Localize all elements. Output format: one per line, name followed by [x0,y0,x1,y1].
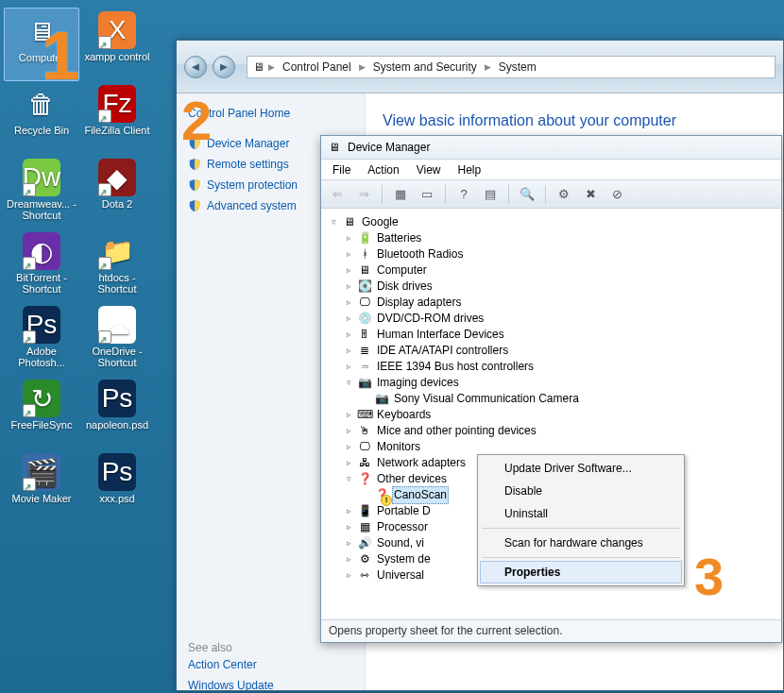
tree-node-label: Universal [375,567,426,583]
sidebar-link-label: Remote settings [207,158,289,171]
sidebar-link-label: Device Manager [207,137,289,150]
toolbar-scan-button[interactable]: 🔍 [517,184,537,205]
toolbar-properties-button[interactable]: ▭ [417,184,437,205]
breadcrumb[interactable]: Control Panel [279,59,355,76]
tree-node-dvd-cd-rom-drives[interactable]: ▹💿DVD/CD-ROM drives [325,311,777,327]
desktop-icon-xampp-control[interactable]: Xxampp control [79,8,155,81]
desktop-icon-freefilesync[interactable]: ↻FreeFileSync [4,376,79,449]
expand-icon[interactable]: ▹ [344,551,354,567]
toolbar-view-button[interactable]: ▤ [480,184,501,205]
tree-node-display-adapters[interactable]: ▹🖵Display adapters [325,295,777,311]
tree-node-keyboards[interactable]: ▹⌨Keyboards [325,407,777,423]
desktop-icon-label: BitTorrent - Shortcut [6,272,77,295]
breadcrumb[interactable]: System and Security [369,59,481,76]
context-menu-scan-for-hardware-changes[interactable]: Scan for hardware changes [480,532,682,554]
tree-node-sony-visual-communication-camera[interactable]: 📷Sony Visual Communication Camera [325,391,777,407]
camera-icon: 📷 [357,376,372,391]
tree-node-label: Computer [375,262,429,279]
breadcrumb-bar[interactable]: 🖥 ▶ Control Panel ▶ System and Security … [247,56,775,78]
psd-icon: Ps [98,380,136,417]
dreamweaver-icon: Dw [23,159,60,196]
expand-icon[interactable]: ▹ [344,279,354,295]
expand-icon[interactable]: ▹ [344,439,354,455]
see-also-link[interactable]: Action Center [188,654,353,675]
expand-icon[interactable]: ▹ [344,359,354,375]
tree-node-label: System de [375,551,433,567]
toolbar-disable-button[interactable]: ⊘ [606,184,627,205]
tree-node-label: IEEE 1394 Bus host controllers [375,359,536,375]
bluetooth-icon: ᚼ [357,247,372,262]
menu-view[interactable]: View [409,161,449,178]
toolbar-update-driver-button[interactable]: ⚙ [554,184,574,205]
expand-icon[interactable]: ▹ [344,246,354,262]
context-menu-uninstall[interactable]: Uninstall [480,502,682,525]
desktop-icon-movie-maker[interactable]: 🎬Movie Maker [4,449,79,523]
desktop-icon-filezilla-client[interactable]: FzFileZilla Client [79,81,155,155]
nav-forward-button[interactable]: ► [213,56,235,78]
shield-icon [188,178,201,192]
expand-icon[interactable]: ▹ [344,423,354,439]
expand-icon[interactable]: ▹ [344,503,354,519]
expand-icon[interactable]: ▹ [344,311,354,327]
toolbar-forward-button[interactable]: ⇒ [353,184,374,205]
context-menu-properties[interactable]: Properties [480,561,682,583]
device-manager-titlebar[interactable]: 🖥 Device Manager [321,136,781,160]
expand-icon[interactable]: ▹ [344,519,354,535]
tree-node-batteries[interactable]: ▹🔋Batteries [325,230,777,246]
collapse-icon[interactable]: ▿ [344,471,354,487]
collapse-icon[interactable]: ▿ [329,214,339,230]
tree-node-ide-ata-atapi-controllers[interactable]: ▹≣IDE ATA/ATAPI controllers [325,343,777,359]
expand-icon[interactable]: ▹ [344,407,354,423]
tree-node-bluetooth-radios[interactable]: ▹ᚼBluetooth Radios [325,246,777,262]
display-icon: 🖵 [357,296,372,311]
psd-icon: Ps [98,453,136,491]
tree-node-human-interface-devices[interactable]: ▹🎚Human Interface Devices [325,327,777,343]
tree-node-label: Human Interface Devices [375,327,506,343]
context-menu-disable[interactable]: Disable [480,480,682,502]
tree-node-disk-drives[interactable]: ▹💽Disk drives [325,279,777,295]
desktop-icon-adobe-photosh-[interactable]: PsAdobe Photosh... [4,302,79,376]
expand-icon[interactable]: ▹ [344,455,354,471]
breadcrumb[interactable]: System [495,59,540,76]
expand-icon[interactable]: ▹ [344,535,354,551]
tree-node-label: IDE ATA/ATAPI controllers [375,343,510,359]
tree-node-imaging-devices[interactable]: ▿📷Imaging devices [325,375,777,391]
desktop-icon-xxx-psd[interactable]: Psxxx.psd [79,449,155,523]
collapse-icon[interactable]: ▿ [344,375,354,391]
desktop-icon-dota-2[interactable]: ◆Dota 2 [79,155,155,228]
see-also-link[interactable]: Windows Update [188,675,353,693]
expand-icon[interactable]: ▹ [344,295,354,311]
system-heading: View basic information about your comput… [383,112,766,129]
menu-help[interactable]: Help [451,161,489,178]
tree-node-label: Imaging devices [375,375,461,391]
tree-node-ieee-1394-bus-host-controllers[interactable]: ▹⎓IEEE 1394 Bus host controllers [325,359,777,375]
desktop-icon-label: Dreamweav... - Shortcut [6,198,77,221]
tree-node-computer[interactable]: ▹🖥Computer [325,262,777,279]
toolbar-uninstall-button[interactable]: ✖ [580,184,601,205]
expand-icon[interactable]: ▹ [344,327,354,343]
menu-file[interactable]: File [325,161,358,178]
tree-node-label: DVD/CD-ROM drives [375,311,486,327]
nav-back-button[interactable]: ◄ [184,56,207,78]
menu-action[interactable]: Action [360,161,406,178]
expand-icon[interactable]: ▹ [344,230,354,246]
folder-icon: 📁 [98,232,136,270]
tree-node-label: Monitors [375,439,422,455]
expand-icon[interactable]: ▹ [344,343,354,359]
desktop-icon-htdocs-shortcut[interactable]: 📁htdocs - Shortcut [79,228,155,302]
toolbar-show-hidden-button[interactable]: ▦ [390,184,411,205]
desktop-icon-napoleon-psd[interactable]: Psnapoleon.psd [79,376,155,449]
tree-node-mice-and-other-pointing-devices[interactable]: ▹🖱Mice and other pointing devices [325,423,777,439]
expand-icon[interactable]: ▹ [344,567,354,583]
desktop-icon-label: Dota 2 [102,198,132,210]
desktop-icon-onedrive-shortcut[interactable]: ☁OneDrive - Shortcut [79,302,155,376]
desktop-icon-bittorrent-shortcut[interactable]: ◐BitTorrent - Shortcut [4,228,79,302]
context-menu-update-driver-software-[interactable]: Update Driver Software... [480,457,682,480]
expand-icon[interactable]: ▹ [344,262,354,279]
toolbar-back-button[interactable]: ⇐ [327,184,348,205]
control-panel-home-link[interactable]: Control Panel Home [188,107,353,120]
tree-node-monitors[interactable]: ▹🖵Monitors [325,439,777,455]
tree-node-google[interactable]: ▿🖥Google [325,214,777,230]
toolbar-help-button[interactable]: ? [453,184,474,205]
desktop-icon-dreamweav-shortcut[interactable]: DwDreamweav... - Shortcut [4,155,79,228]
